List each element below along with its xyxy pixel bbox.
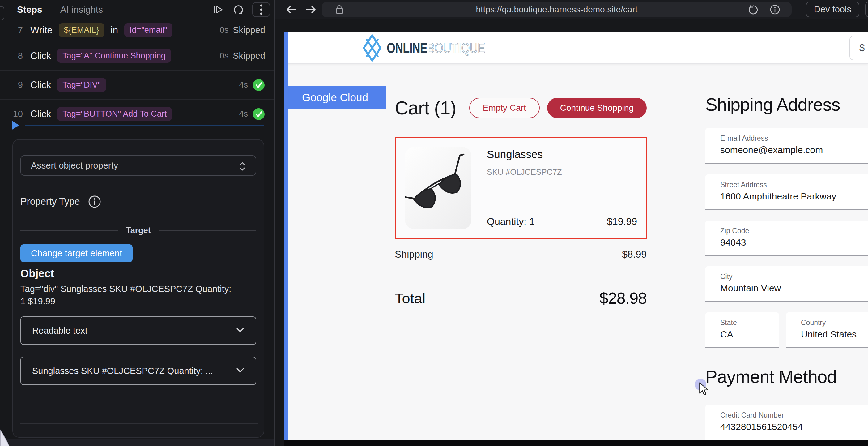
brand-name-bold: ONLINE	[387, 39, 427, 56]
step-duration: 0s	[220, 51, 229, 61]
assert-card-divider	[20, 423, 258, 424]
field-label: State	[720, 319, 737, 327]
shipping-price: $8.99	[622, 249, 647, 260]
steps-panel-header: Steps AI insights	[0, 0, 275, 19]
field-label: Country	[801, 319, 826, 327]
info-icon[interactable]	[769, 4, 780, 15]
target-badge: Tag="DIV"	[57, 78, 106, 92]
step-row-10[interactable]: 10 Click Tag="BUTTON" Add To Cart 4s	[0, 99, 275, 128]
state-field[interactable]: State CA	[705, 313, 779, 348]
field-label: E-mail Address	[720, 134, 768, 143]
variable-badge: ${EMAIL}	[59, 23, 104, 37]
step-number: 10	[9, 109, 23, 119]
chevron-down-icon	[235, 367, 245, 374]
property-type-info-icon[interactable]	[88, 195, 101, 208]
browser-toolbar: https://qa.boutique.harness-demo.site/ca…	[275, 0, 868, 19]
expected-value-select[interactable]: Sunglasses SKU #OLJCESPC7Z Quantity: ...	[21, 357, 256, 385]
site-header: ONLINEBOUTIQUE $	[284, 32, 868, 64]
chevron-down-icon	[235, 327, 245, 334]
target-section-divider: Target	[21, 226, 256, 235]
logo-diamond-icon	[363, 34, 382, 62]
step-duration: 0s	[220, 25, 229, 35]
empty-cart-button[interactable]: Empty Cart	[469, 98, 540, 118]
assert-type-select[interactable]: Assert object property	[21, 155, 256, 176]
cart-heading: Cart (1)	[395, 97, 456, 119]
object-description: Tag="div" Sunglasses SKU #OLJCESPC7Z Qua…	[21, 283, 234, 307]
toolbar-edge-fragment	[865, 2, 868, 17]
more-options-button[interactable]	[252, 2, 270, 17]
step-row-7[interactable]: 7 Write ${EMAIL} in Id="email" 0s Skippe…	[0, 19, 275, 41]
product-quantity: Quantity: 1	[487, 216, 535, 227]
product-price: $19.99	[607, 216, 637, 227]
country-field[interactable]: Country United States	[786, 313, 868, 348]
object-heading: Object	[21, 267, 54, 279]
total-label: Total	[395, 290, 425, 307]
assert-type-value: Assert object property	[31, 160, 118, 171]
playhead-track	[25, 125, 264, 126]
readable-text-select[interactable]: Readable text	[21, 317, 256, 345]
product-sku: SKU #OLJCESPC7Z	[487, 167, 562, 177]
step-status: Skipped	[233, 51, 265, 61]
step-status: Skipped	[233, 25, 265, 35]
step-action: Click	[30, 80, 51, 91]
field-label: City	[720, 272, 733, 281]
step-row-9[interactable]: 9 Click Tag="DIV" 4s	[0, 70, 275, 99]
zip-code-field[interactable]: Zip Code 94043	[705, 220, 868, 256]
tab-ai-insights[interactable]: AI insights	[60, 4, 103, 15]
steps-panel: Steps AI insights	[0, 0, 275, 446]
credit-card-number-field[interactable]: Credit Card Number 4432801561520454	[705, 405, 868, 440]
street-address-field[interactable]: Street Address 1600 Amphitheatre Parkway	[705, 174, 868, 210]
page-bottom-bar	[284, 440, 868, 446]
target-badge: Tag="A" Continue Shopping	[57, 49, 171, 63]
summary-divider	[395, 279, 647, 280]
google-cloud-ribbon: Google Cloud	[284, 86, 386, 109]
step-number: 8	[9, 51, 23, 61]
field-value: 94043	[720, 237, 746, 248]
step-row-8[interactable]: 8 Click Tag="A" Continue Shopping 0s Ski…	[0, 41, 275, 70]
step-number: 7	[9, 25, 23, 35]
run-from-here-icon[interactable]	[212, 4, 224, 16]
target-badge: Tag="BUTTON" Add To Cart	[57, 107, 172, 121]
select-updown-icon	[238, 160, 247, 173]
dev-tools-button[interactable]: Dev tools	[806, 2, 859, 17]
step-number: 9	[9, 80, 23, 90]
url-text: https://qa.boutique.harness-demo.site/ca…	[322, 5, 792, 14]
readable-text-value: Readable text	[32, 326, 88, 336]
field-value: someone@example.com	[720, 145, 823, 155]
brand-name-light: BOUTIQUE	[427, 39, 485, 56]
step-success-icon	[252, 108, 265, 121]
retry-icon[interactable]	[232, 3, 244, 16]
app-window: Steps AI insights	[0, 0, 868, 446]
playhead-marker-icon[interactable]	[12, 121, 19, 130]
step-duration: 4s	[239, 80, 248, 90]
back-button[interactable]	[285, 4, 298, 15]
currency-selector[interactable]: $	[849, 36, 868, 60]
step-success-icon	[252, 79, 265, 92]
step-action: Click	[30, 109, 51, 120]
field-label: Credit Card Number	[720, 411, 784, 419]
assert-editor-card: Assert object property Property Type	[12, 139, 264, 438]
step-connector: in	[111, 25, 118, 36]
field-value: 4432801561520454	[720, 422, 803, 432]
total-price: $28.98	[599, 289, 647, 307]
change-target-button[interactable]: Change target element	[21, 244, 133, 262]
field-value: Mountain View	[720, 283, 781, 294]
email-field[interactable]: E-mail Address someone@example.com	[705, 128, 868, 163]
field-value: CA	[720, 329, 733, 339]
expected-value-text: Sunglasses SKU #OLJCESPC7Z Quantity: ...	[32, 366, 213, 376]
payment-method-heading: Payment Method	[705, 366, 836, 387]
forward-button[interactable]	[305, 4, 317, 15]
field-label: Street Address	[720, 181, 767, 189]
tab-steps[interactable]: Steps	[17, 4, 42, 15]
mouse-cursor-icon	[699, 382, 710, 396]
webpage-viewport: ONLINEBOUTIQUE $ Google Cloud Cart (1) E…	[284, 32, 868, 440]
continue-shopping-button[interactable]: Continue Shopping	[547, 98, 647, 118]
city-field[interactable]: City Mountain View	[705, 266, 868, 302]
refresh-icon[interactable]	[748, 4, 759, 15]
field-label: Zip Code	[720, 227, 749, 235]
target-badge: Id="email"	[124, 23, 173, 37]
site-logo[interactable]: ONLINEBOUTIQUE	[363, 32, 513, 64]
cart-item-card-highlighted[interactable]: Sunglasses SKU #OLJCESPC7Z Quantity: 1 $…	[395, 137, 647, 239]
product-name: Sunglasses	[487, 148, 543, 160]
address-bar[interactable]: https://qa.boutique.harness-demo.site/ca…	[322, 2, 792, 17]
